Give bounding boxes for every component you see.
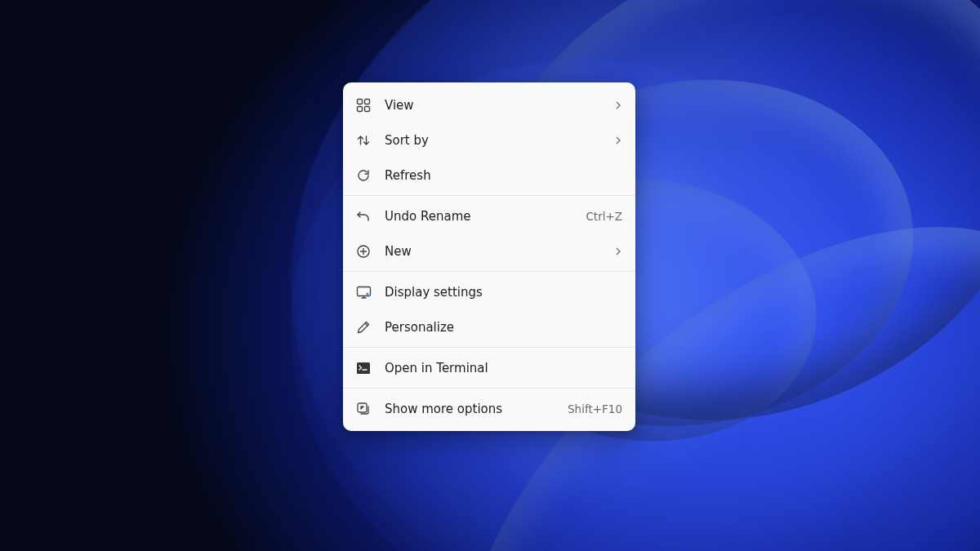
menu-label: Open in Terminal [385, 361, 622, 375]
display-settings-icon [354, 283, 372, 301]
menu-item-view[interactable]: View [343, 87, 635, 122]
menu-shortcut: Ctrl+Z [586, 210, 622, 223]
menu-divider [343, 347, 635, 348]
menu-label: Refresh [385, 168, 622, 183]
menu-item-new[interactable]: New [343, 233, 635, 269]
menu-label: Show more options [385, 402, 559, 416]
undo-icon [354, 207, 372, 225]
menu-divider [343, 195, 635, 196]
svg-rect-0 [358, 99, 363, 104]
menu-label: Personalize [385, 320, 622, 335]
menu-item-sort-by[interactable]: Sort by [343, 122, 635, 158]
svg-rect-2 [358, 106, 363, 111]
menu-item-display-settings[interactable]: Display settings [343, 274, 635, 309]
menu-item-undo-rename[interactable]: Undo Rename Ctrl+Z [343, 198, 635, 233]
more-options-icon [354, 400, 372, 418]
menu-item-personalize[interactable]: Personalize [343, 309, 635, 344]
svg-point-6 [366, 292, 368, 295]
menu-item-show-more-options[interactable]: Show more options Shift+F10 [343, 391, 635, 426]
svg-rect-1 [365, 99, 370, 104]
svg-rect-3 [365, 106, 370, 111]
menu-divider [343, 271, 635, 272]
menu-label: Undo Rename [385, 209, 577, 224]
terminal-icon [354, 359, 372, 377]
chevron-right-icon [614, 136, 622, 144]
menu-label: Display settings [385, 285, 622, 300]
desktop-context-menu: View Sort by Refresh [343, 82, 635, 431]
menu-divider [343, 388, 635, 389]
chevron-right-icon [614, 101, 622, 109]
svg-rect-7 [357, 362, 370, 374]
refresh-icon [354, 167, 372, 184]
menu-label: New [385, 244, 606, 259]
menu-label: Sort by [385, 133, 606, 148]
menu-item-open-terminal[interactable]: Open in Terminal [343, 350, 635, 385]
menu-item-refresh[interactable]: Refresh [343, 158, 635, 193]
menu-shortcut: Shift+F10 [568, 402, 622, 415]
view-icon [354, 96, 372, 114]
personalize-icon [354, 318, 372, 336]
new-icon [354, 242, 372, 260]
sort-icon [354, 131, 372, 149]
menu-label: View [385, 98, 606, 113]
chevron-right-icon [614, 247, 622, 256]
